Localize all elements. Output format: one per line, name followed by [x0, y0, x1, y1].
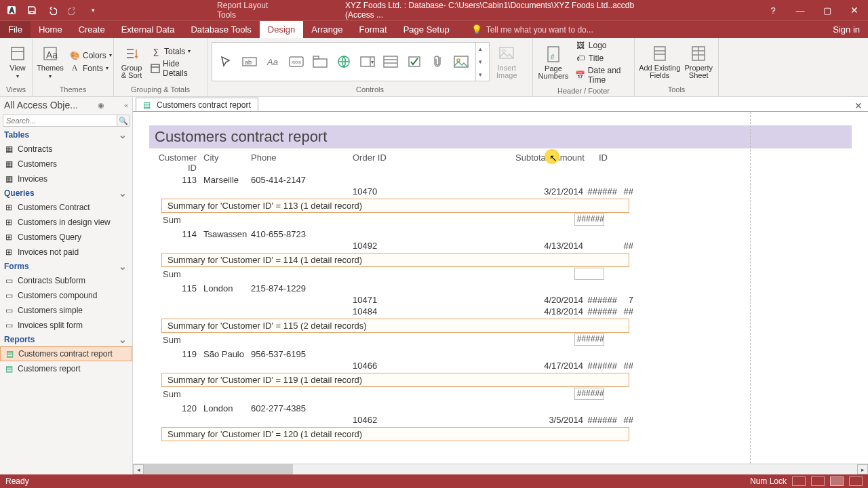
cell[interactable]: 4/17/2014 [536, 361, 583, 371]
attachment-icon[interactable] [428, 49, 448, 74]
view-design-icon[interactable] [849, 476, 863, 486]
summary-row[interactable]: Summary for 'Customer ID' = 113 (1 detai… [161, 199, 629, 213]
themes-button[interactable]: Aa Themes▾ [37, 43, 64, 81]
tab-design[interactable]: Design [260, 21, 303, 38]
nav-pane-header[interactable]: All Access Obje... ◉ « [0, 97, 132, 113]
redo-icon[interactable] [65, 3, 80, 18]
add-existing-fields-button[interactable]: Add Existing Fields [639, 43, 680, 81]
sum-value[interactable]: ###### [574, 333, 604, 346]
qat-customize-icon[interactable]: ▾ [85, 3, 100, 18]
view-button[interactable]: View▾ [4, 43, 31, 81]
tab-home[interactable]: Home [31, 21, 71, 38]
nav-query-item[interactable]: ⊞Customers Query [0, 230, 132, 245]
cell[interactable]: 3/5/2014 [536, 415, 583, 425]
image-control-icon[interactable] [452, 49, 471, 74]
cell[interactable]: 114 [149, 229, 203, 239]
tab-database-tools[interactable]: Database Tools [182, 21, 259, 38]
cell[interactable]: 4/13/2014 [536, 241, 583, 251]
view-print-preview-icon[interactable] [811, 476, 825, 486]
nav-query-item[interactable]: ⊞Invoices not paid [0, 245, 132, 260]
scroll-thumb[interactable] [144, 464, 293, 474]
horizontal-scrollbar[interactable]: ◂▸ [133, 464, 868, 474]
cell[interactable]: 10484 [353, 306, 536, 317]
fonts-button[interactable]: AFonts ▾ [66, 62, 115, 75]
nav-table-invoices[interactable]: ▦Invoices [0, 171, 132, 186]
report-layout-view[interactable]: Customers contract report Customer ID Ci… [133, 112, 868, 464]
cell[interactable]: 956-537-6195 [251, 349, 353, 359]
date-time-button[interactable]: 📅Date and Time [572, 65, 630, 85]
totals-button[interactable]: ∑Totals ▾ [148, 45, 203, 58]
cell[interactable]: London [203, 283, 251, 293]
cell[interactable]: ###### [583, 415, 617, 425]
cell[interactable]: ###### [583, 306, 617, 317]
close-button[interactable]: ✕ [841, 0, 868, 20]
cell[interactable]: ## [617, 186, 633, 197]
document-close-button[interactable]: ✕ [849, 100, 868, 111]
cell[interactable]: 115 [149, 283, 203, 293]
circle-chevron-icon[interactable]: ◉ [98, 101, 104, 110]
cell[interactable]: 4/20/2014 [536, 295, 583, 305]
logo-button[interactable]: 🖼Logo [572, 39, 630, 52]
cell[interactable]: 605-414-2147 [251, 175, 353, 185]
nav-query-item[interactable]: ⊞Customers Contract [0, 200, 132, 215]
cell[interactable]: ## [617, 361, 633, 371]
controls-gallery[interactable]: ab Aa xxxx ▾ ▴▾▾ [212, 42, 490, 81]
col-customer-id[interactable]: Customer ID [149, 152, 203, 173]
sign-in-link[interactable]: Sign in [833, 24, 868, 35]
tab-arrange[interactable]: Arrange [303, 21, 351, 38]
search-icon[interactable]: 🔍 [117, 115, 130, 127]
nav-form-item[interactable]: ▭Customers simple [0, 303, 132, 318]
sum-value[interactable] [574, 268, 604, 280]
help-icon[interactable]: ? [760, 0, 787, 20]
col-phone[interactable]: Phone [251, 152, 353, 173]
maximize-button[interactable]: ▢ [814, 0, 841, 20]
cell[interactable]: 10462 [353, 415, 536, 425]
tab-create[interactable]: Create [71, 21, 113, 38]
title-button[interactable]: 🏷Title [572, 52, 630, 64]
nav-form-item[interactable]: ▭Customers compound [0, 288, 132, 303]
scroll-right-icon[interactable]: ▸ [857, 464, 868, 474]
minimize-button[interactable]: — [787, 0, 814, 20]
textbox-icon[interactable]: ab [240, 49, 260, 74]
insert-image-button[interactable]: Insert Image [492, 43, 521, 81]
cell[interactable]: ###### [583, 186, 617, 197]
cell[interactable]: 7 [617, 295, 633, 305]
cell[interactable]: 4/18/2014 [536, 306, 583, 317]
summary-row[interactable]: Summary for 'Customer ID' = 119 (1 detai… [161, 373, 629, 387]
cell[interactable]: Marseille [203, 175, 251, 185]
cell[interactable]: 215-874-1229 [251, 283, 353, 293]
save-icon[interactable] [24, 3, 39, 18]
sum-value[interactable]: ###### [574, 214, 604, 226]
nav-group-queries[interactable]: Queries [0, 186, 132, 200]
cell[interactable]: 3/21/2014 [536, 186, 583, 197]
cell[interactable]: São Paulo [203, 349, 251, 359]
cell[interactable]: ## [617, 306, 633, 317]
col-city[interactable]: City [203, 152, 251, 173]
colors-button[interactable]: 🎨Colors ▾ [66, 49, 115, 62]
tab-external-data[interactable]: External Data [113, 21, 183, 38]
cell[interactable]: 113 [149, 175, 203, 185]
cell[interactable]: 120 [149, 403, 203, 413]
cell[interactable]: 10470 [353, 186, 536, 197]
nav-table-customers[interactable]: ▦Customers [0, 157, 132, 171]
col-id[interactable]: ID [591, 152, 608, 173]
cell[interactable]: 10466 [353, 361, 536, 371]
checkbox-icon[interactable] [405, 49, 425, 74]
sum-label[interactable]: Sum [163, 215, 181, 225]
view-report-icon[interactable] [792, 476, 806, 486]
nav-form-item[interactable]: ▭Contracts Subform [0, 273, 132, 288]
sum-value[interactable]: ###### [574, 388, 604, 400]
nav-group-forms[interactable]: Forms [0, 260, 132, 273]
cell[interactable]: 10471 [353, 295, 536, 305]
report-title[interactable]: Customers contract report [149, 125, 852, 148]
summary-row[interactable]: Summary for 'Customer ID' = 120 (1 detai… [161, 427, 629, 441]
sum-label[interactable]: Sum [163, 389, 181, 399]
cell[interactable]: Tsawassen [203, 229, 251, 239]
cell[interactable]: London [203, 403, 251, 413]
sum-label[interactable]: Sum [163, 335, 181, 345]
cell[interactable]: 119 [149, 349, 203, 359]
cell[interactable]: 10492 [353, 241, 536, 251]
property-sheet-button[interactable]: Property Sheet [683, 43, 714, 81]
cell[interactable]: 410-655-8723 [251, 229, 353, 239]
scroll-left-icon[interactable]: ◂ [133, 464, 144, 474]
